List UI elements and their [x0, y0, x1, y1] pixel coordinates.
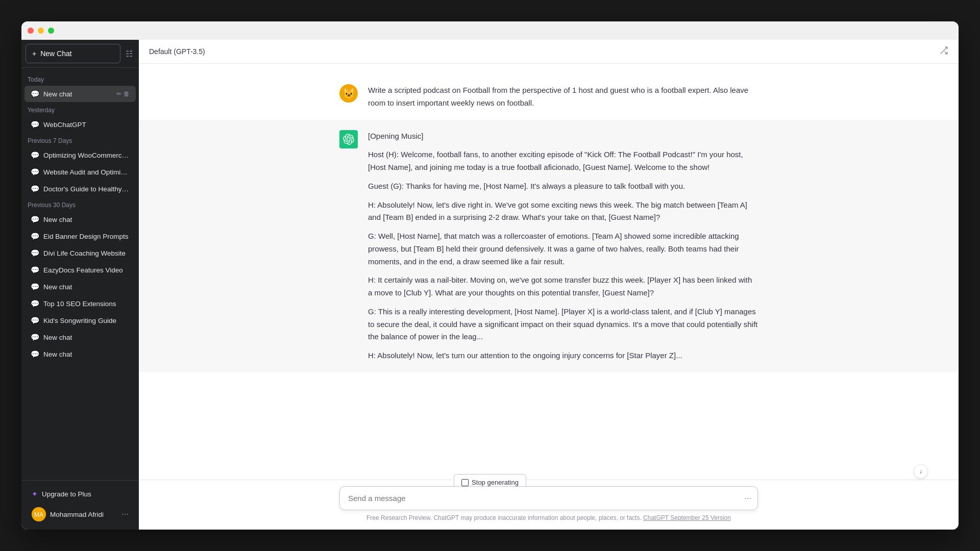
chat-icon: 💬 — [31, 299, 39, 308]
chat-icon: 💬 — [31, 151, 39, 159]
section-label-today: Today — [21, 72, 139, 85]
upgrade-icon: ✦ — [32, 490, 38, 498]
close-button[interactable] — [28, 28, 34, 34]
scroll-down-button[interactable]: ↓ — [914, 464, 928, 479]
sidebar-item-doctors-guide[interactable]: 💬 Doctor's Guide to Healthy Foo — [24, 181, 136, 197]
chat-header: Default (GPT-3.5) — [139, 40, 959, 64]
user-profile[interactable]: MA Mohammad Afridi ⋯ — [26, 503, 135, 525]
sidebar-item-kids-song[interactable]: 💬 Kid's Songwriting Guide — [24, 312, 136, 329]
chat-icon: 💬 — [31, 266, 39, 274]
chat-icon: 💬 — [31, 333, 39, 341]
new-chat-label: New Chat — [40, 49, 71, 58]
disclaimer-link[interactable]: ChatGPT September 25 Version — [643, 514, 731, 521]
sidebar-list: Today 💬 New chat ✏ 🗑 Yesterday 💬 WebChat… — [21, 68, 139, 480]
sidebar-toggle-icon[interactable]: ☷ — [124, 47, 135, 61]
sidebar-item-p30-5[interactable]: 💬 New chat — [24, 279, 136, 295]
traffic-lights — [28, 28, 54, 34]
share-icon[interactable] — [939, 46, 948, 57]
minimize-button[interactable] — [38, 28, 44, 34]
chat-icon: 💬 — [31, 249, 39, 257]
chat-messages: 🐱 Write a scripted podcast on Football f… — [139, 64, 959, 480]
plus-icon: + — [32, 49, 36, 58]
sidebar-item-p30-9[interactable]: 💬 New chat — [24, 346, 136, 362]
stop-icon — [461, 479, 469, 486]
sidebar-item-today-1[interactable]: 💬 New chat ✏ 🗑 — [24, 86, 136, 102]
sidebar-item-divi-life[interactable]: 💬 Divi Life Coaching Website — [24, 245, 136, 261]
chat-title: Default (GPT-3.5) — [149, 47, 205, 56]
chat-item-actions: ✏ 🗑 — [116, 90, 130, 97]
sidebar-bottom: ✦ Upgrade to Plus MA Mohammad Afridi ⋯ — [21, 480, 139, 530]
maximize-button[interactable] — [48, 28, 54, 34]
avatar: MA — [32, 507, 46, 521]
user-name: Mohammad Afridi — [50, 511, 104, 518]
section-label-previous-30: Previous 30 Days — [21, 197, 139, 211]
down-arrow-icon: ↓ — [919, 468, 922, 475]
upgrade-to-plus[interactable]: ✦ Upgrade to Plus — [26, 485, 135, 503]
chat-icon: 💬 — [31, 185, 39, 193]
upgrade-label: Upgrade to Plus — [42, 490, 91, 498]
new-chat-button[interactable]: + New Chat — [26, 44, 120, 63]
sidebar-item-woocommerce[interactable]: 💬 Optimizing WooCommerce SE — [24, 147, 136, 163]
sidebar-item-eid-banner[interactable]: 💬 Eid Banner Design Prompts — [24, 228, 136, 244]
sidebar-item-p30-1[interactable]: 💬 New chat — [24, 211, 136, 228]
titlebar — [21, 21, 959, 40]
main-chat: Default (GPT-3.5) 🐱 Wri — [139, 40, 959, 530]
sidebar-item-top10-seo[interactable]: 💬 Top 10 SEO Extensions — [24, 295, 136, 312]
chat-icon: 💬 — [31, 350, 39, 358]
section-label-yesterday: Yesterday — [21, 103, 139, 116]
chat-icon: 💬 — [31, 168, 39, 176]
disclaimer: Free Research Preview. ChatGPT may produ… — [149, 514, 948, 521]
sidebar-item-website-audit[interactable]: 💬 Website Audit and Optimizatio — [24, 164, 136, 180]
sidebar: + New Chat ☷ Today 💬 New chat ✏ 🗑 — [21, 40, 139, 530]
sidebar-item-eazydocs[interactable]: 💬 EazyDocs Features Video — [24, 262, 136, 278]
input-wrapper: ⋯ — [339, 486, 758, 510]
chat-icon: 💬 — [31, 232, 39, 240]
message-content-assistant-1: [Opening Music] Host (H): Welcome, footb… — [368, 130, 758, 362]
chat-input[interactable] — [340, 487, 757, 510]
chat-icon: 💬 — [31, 283, 39, 291]
sidebar-top: + New Chat ☷ — [21, 40, 139, 68]
user-options-icon[interactable]: ⋯ — [121, 510, 129, 518]
stop-generating-label: Stop generating — [472, 479, 519, 486]
chat-icon: 💬 — [31, 316, 39, 324]
user-avatar-msg: 🐱 — [339, 84, 358, 103]
svg-text:MA: MA — [34, 511, 43, 518]
sidebar-item-webchatgpt[interactable]: 💬 WebChatGPT — [24, 116, 136, 133]
message-content-user-1: Write a scripted podcast on Football fro… — [368, 84, 758, 110]
chat-icon: 💬 — [31, 215, 39, 223]
chat-icon: 💬 — [31, 90, 39, 98]
app-container: + New Chat ☷ Today 💬 New chat ✏ 🗑 — [21, 40, 959, 530]
send-button[interactable]: ⋯ — [744, 494, 751, 503]
edit-icon[interactable]: ✏ — [116, 90, 121, 97]
gpt-avatar-msg — [339, 130, 358, 148]
section-label-previous-7: Previous 7 Days — [21, 133, 139, 146]
chat-input-area: ⋯ Free Research Preview. ChatGPT may pro… — [139, 480, 959, 530]
sidebar-item-p30-8[interactable]: 💬 New chat — [24, 329, 136, 345]
app-window: + New Chat ☷ Today 💬 New chat ✏ 🗑 — [21, 21, 959, 530]
message-user-1: 🐱 Write a scripted podcast on Football f… — [139, 74, 959, 120]
delete-icon[interactable]: 🗑 — [124, 90, 130, 97]
message-assistant-1: [Opening Music] Host (H): Welcome, footb… — [139, 120, 959, 372]
chat-icon: 💬 — [31, 120, 39, 129]
